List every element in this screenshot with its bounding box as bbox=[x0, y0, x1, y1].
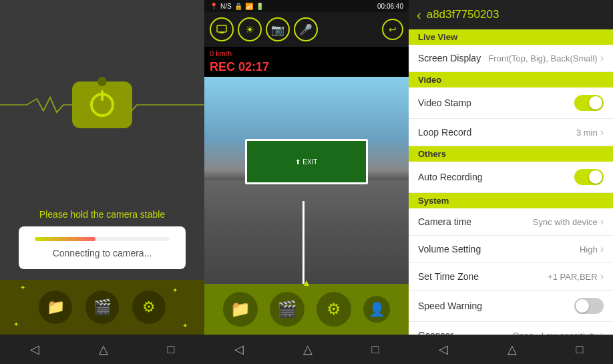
section-video: Video bbox=[409, 72, 613, 87]
setting-volume[interactable]: Volume Setting High › bbox=[409, 236, 613, 263]
highway-bg bbox=[204, 180, 409, 284]
speed-display: 0 km/h bbox=[204, 48, 409, 59]
screen-display-value: Front(Top, Big), Back(Small) › bbox=[488, 52, 604, 64]
settings-list: Live View Screen Display Front(Top, Big)… bbox=[409, 29, 613, 335]
section-live-view: Live View bbox=[409, 29, 613, 45]
panel2-header: ☀ 📷 🎤 ↩ bbox=[204, 12, 409, 47]
camera-time-value: Sync with device › bbox=[533, 216, 604, 228]
progress-bar bbox=[35, 237, 170, 241]
timezone-label: Set Time Zone bbox=[418, 271, 479, 282]
stable-text: Please hold the camera stable bbox=[39, 209, 165, 220]
setting-speed-warning[interactable]: Speed Warning bbox=[409, 291, 613, 322]
panel1-bottom-icons: ✦ ✦ ✦ ✦ 📁 🎬 ⚙ bbox=[0, 280, 204, 335]
chevron-gsensor: › bbox=[600, 329, 604, 335]
volume-label: Volume Setting bbox=[418, 244, 481, 254]
road-sign: ⬆ EXIT bbox=[245, 139, 368, 184]
auto-recording-label: Auto Recording bbox=[418, 172, 483, 182]
display-icon-btn[interactable] bbox=[210, 17, 234, 41]
setting-timezone[interactable]: Set Time Zone +1 PAR,BER › bbox=[409, 263, 613, 291]
panel-connect: Please hold the camera stable Connecting… bbox=[0, 0, 204, 364]
auto-recording-toggle[interactable] bbox=[574, 169, 604, 185]
section-others: Others bbox=[409, 146, 613, 162]
settings-icon-btn[interactable]: ⚙ bbox=[132, 291, 166, 324]
settings-back-btn[interactable]: ‹ bbox=[417, 7, 421, 23]
gsensor-value: Open - Low sensitivity › bbox=[513, 329, 604, 335]
setting-video-stamp[interactable]: Video Stamp bbox=[409, 87, 613, 119]
section-system: System bbox=[409, 193, 613, 208]
camera-icon-large bbox=[72, 81, 132, 128]
screen-display-label: Screen Display bbox=[418, 53, 481, 63]
panel1-top-area bbox=[0, 0, 204, 209]
brightness-icon-btn[interactable]: ☀ bbox=[238, 17, 262, 41]
setting-auto-recording[interactable]: Auto Recording bbox=[409, 162, 613, 193]
gallery-icon-btn[interactable]: 📁 bbox=[39, 291, 72, 324]
mic-icon-btn[interactable]: 🎤 bbox=[294, 17, 318, 41]
timezone-value: +1 PAR,BER › bbox=[548, 270, 604, 283]
chevron-volume: › bbox=[600, 243, 604, 255]
chevron-timezone: › bbox=[600, 270, 604, 283]
svg-rect-1 bbox=[220, 32, 224, 33]
road-image: ⬆ EXIT bbox=[204, 77, 409, 284]
lane-line-center bbox=[302, 201, 304, 284]
expand-arrow[interactable]: ▲ bbox=[302, 277, 311, 288]
panel2-controls: ▲ 📁 🎬 ⚙ 👤 bbox=[204, 284, 409, 335]
nav-back-2[interactable]: ◁ bbox=[234, 342, 244, 357]
rec-timer: REC 02:17 bbox=[204, 59, 409, 75]
lock-icon: 🔒 bbox=[234, 3, 242, 10]
chevron-camera-time: › bbox=[600, 216, 604, 228]
speed-warning-toggle[interactable] bbox=[574, 298, 604, 314]
camera-view: ⬆ EXIT bbox=[204, 77, 409, 284]
camera-switch-btn[interactable]: 📷 bbox=[266, 17, 290, 41]
sparkle-2: ✦ bbox=[172, 287, 178, 294]
video-stamp-toggle[interactable] bbox=[574, 95, 604, 111]
nav-recents-1[interactable]: □ bbox=[168, 343, 175, 357]
loop-record-value: 3 min › bbox=[576, 126, 604, 138]
connecting-box: Connecting to camera... bbox=[19, 226, 186, 269]
progress-fill bbox=[35, 237, 95, 241]
camera-power-icon bbox=[90, 93, 114, 117]
video-stamp-label: Video Stamp bbox=[418, 98, 471, 108]
setting-screen-display[interactable]: Screen Display Front(Top, Big), Back(Sma… bbox=[409, 45, 613, 72]
chevron-loop: › bbox=[600, 126, 604, 138]
video-icon-btn[interactable]: 🎬 bbox=[85, 291, 119, 324]
signal-icon: 📶 bbox=[245, 3, 253, 10]
panel-recording: 📍 N/S 🔒 📶 🔋 00:06:40 ☀ 📷 🎤 ↩ 0 km/h REC … bbox=[204, 0, 409, 364]
panel1-nav: ◁ △ □ bbox=[0, 335, 204, 364]
camera-time-label: Camera time bbox=[418, 216, 471, 227]
loop-record-label: Loop Record bbox=[418, 127, 471, 138]
nav-back-1[interactable]: ◁ bbox=[30, 342, 39, 357]
chevron-screen: › bbox=[600, 52, 604, 64]
nav-recents-3[interactable]: □ bbox=[576, 343, 584, 357]
recording-time: 00:06:40 bbox=[377, 3, 403, 10]
gps-icon: 📍 bbox=[210, 3, 218, 10]
panel-settings: ‹ a8d3f7750203 Live View Screen Display … bbox=[409, 0, 613, 364]
device-id-label: a8d3f7750203 bbox=[427, 8, 499, 21]
connecting-text: Connecting to camera... bbox=[53, 248, 152, 258]
panel3-header: ‹ a8d3f7750203 bbox=[409, 0, 613, 29]
setting-loop-record[interactable]: Loop Record 3 min › bbox=[409, 119, 613, 146]
speed-warning-label: Speed Warning bbox=[418, 301, 482, 311]
battery-icon: 🔋 bbox=[256, 3, 264, 10]
sparkle-1: ✦ bbox=[20, 284, 25, 291]
back-icon-btn[interactable]: ↩ bbox=[382, 19, 403, 40]
nav-back-3[interactable]: ◁ bbox=[439, 342, 448, 357]
panel2-nav: ◁ △ □ bbox=[204, 335, 409, 364]
gsensor-label: Gsensor bbox=[418, 330, 453, 335]
nav-recents-2[interactable]: □ bbox=[372, 343, 379, 357]
road-sign-text: ⬆ EXIT bbox=[295, 158, 317, 166]
gallery-ctrl-btn[interactable]: 📁 bbox=[223, 292, 258, 327]
settings-ctrl-btn[interactable]: ⚙ bbox=[317, 292, 351, 327]
gps-status: N/S bbox=[220, 3, 232, 10]
sparkle-3: ✦ bbox=[13, 321, 19, 328]
video-ctrl-btn[interactable]: 🎬 bbox=[270, 292, 304, 327]
volume-value: High › bbox=[580, 243, 604, 255]
person-ctrl-btn[interactable]: 👤 bbox=[363, 296, 390, 323]
sparkle-4: ✦ bbox=[182, 322, 188, 329]
nav-home-2[interactable]: △ bbox=[303, 342, 313, 357]
svg-rect-0 bbox=[217, 25, 226, 32]
panel3-nav: ◁ △ □ bbox=[409, 335, 613, 364]
setting-gsensor[interactable]: Gsensor Open - Low sensitivity › bbox=[409, 322, 613, 335]
nav-home-3[interactable]: △ bbox=[507, 342, 517, 357]
setting-camera-time[interactable]: Camera time Sync with device › bbox=[409, 208, 613, 236]
nav-home-1[interactable]: △ bbox=[99, 342, 108, 357]
